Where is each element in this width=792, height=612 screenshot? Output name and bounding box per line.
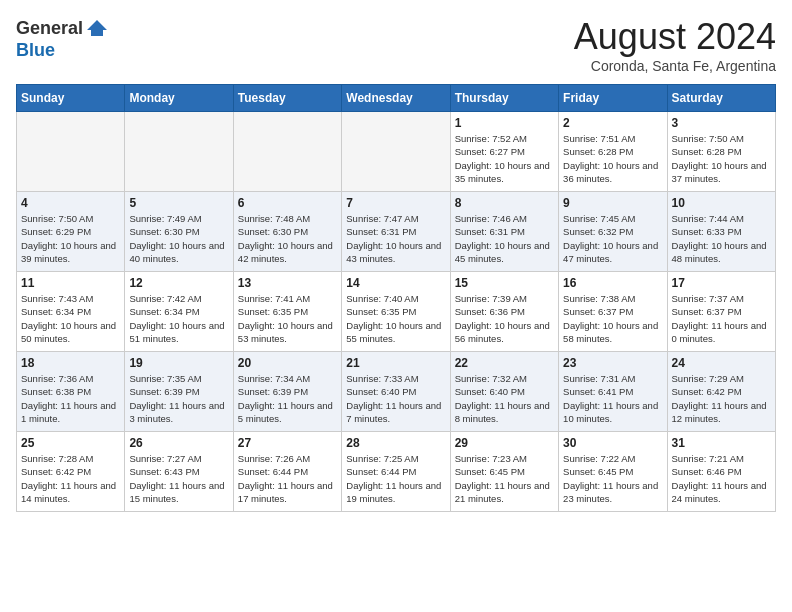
day-number: 28 (346, 436, 445, 450)
day-info: Sunrise: 7:49 AMSunset: 6:30 PMDaylight:… (129, 212, 228, 265)
day-cell-25: 25Sunrise: 7:28 AMSunset: 6:42 PMDayligh… (17, 432, 125, 512)
day-number: 16 (563, 276, 662, 290)
empty-cell (125, 112, 233, 192)
day-cell-31: 31Sunrise: 7:21 AMSunset: 6:46 PMDayligh… (667, 432, 775, 512)
day-info: Sunrise: 7:51 AMSunset: 6:28 PMDaylight:… (563, 132, 662, 185)
day-info: Sunrise: 7:35 AMSunset: 6:39 PMDaylight:… (129, 372, 228, 425)
day-number: 27 (238, 436, 337, 450)
day-number: 14 (346, 276, 445, 290)
day-cell-24: 24Sunrise: 7:29 AMSunset: 6:42 PMDayligh… (667, 352, 775, 432)
day-cell-30: 30Sunrise: 7:22 AMSunset: 6:45 PMDayligh… (559, 432, 667, 512)
day-cell-12: 12Sunrise: 7:42 AMSunset: 6:34 PMDayligh… (125, 272, 233, 352)
day-info: Sunrise: 7:25 AMSunset: 6:44 PMDaylight:… (346, 452, 445, 505)
weekday-header-tuesday: Tuesday (233, 85, 341, 112)
day-info: Sunrise: 7:32 AMSunset: 6:40 PMDaylight:… (455, 372, 554, 425)
weekday-header-sunday: Sunday (17, 85, 125, 112)
calendar-table: SundayMondayTuesdayWednesdayThursdayFrid… (16, 84, 776, 512)
weekday-header-monday: Monday (125, 85, 233, 112)
day-info: Sunrise: 7:39 AMSunset: 6:36 PMDaylight:… (455, 292, 554, 345)
weekday-header-friday: Friday (559, 85, 667, 112)
day-info: Sunrise: 7:37 AMSunset: 6:37 PMDaylight:… (672, 292, 771, 345)
day-cell-19: 19Sunrise: 7:35 AMSunset: 6:39 PMDayligh… (125, 352, 233, 432)
weekday-header-row: SundayMondayTuesdayWednesdayThursdayFrid… (17, 85, 776, 112)
day-number: 26 (129, 436, 228, 450)
location: Coronda, Santa Fe, Argentina (574, 58, 776, 74)
empty-cell (233, 112, 341, 192)
day-cell-17: 17Sunrise: 7:37 AMSunset: 6:37 PMDayligh… (667, 272, 775, 352)
month-title: August 2024 (574, 16, 776, 58)
day-info: Sunrise: 7:42 AMSunset: 6:34 PMDaylight:… (129, 292, 228, 345)
day-info: Sunrise: 7:22 AMSunset: 6:45 PMDaylight:… (563, 452, 662, 505)
day-cell-14: 14Sunrise: 7:40 AMSunset: 6:35 PMDayligh… (342, 272, 450, 352)
day-cell-2: 2Sunrise: 7:51 AMSunset: 6:28 PMDaylight… (559, 112, 667, 192)
day-cell-27: 27Sunrise: 7:26 AMSunset: 6:44 PMDayligh… (233, 432, 341, 512)
day-cell-26: 26Sunrise: 7:27 AMSunset: 6:43 PMDayligh… (125, 432, 233, 512)
day-cell-8: 8Sunrise: 7:46 AMSunset: 6:31 PMDaylight… (450, 192, 558, 272)
day-cell-11: 11Sunrise: 7:43 AMSunset: 6:34 PMDayligh… (17, 272, 125, 352)
empty-cell (17, 112, 125, 192)
day-info: Sunrise: 7:27 AMSunset: 6:43 PMDaylight:… (129, 452, 228, 505)
day-number: 7 (346, 196, 445, 210)
day-cell-3: 3Sunrise: 7:50 AMSunset: 6:28 PMDaylight… (667, 112, 775, 192)
day-cell-4: 4Sunrise: 7:50 AMSunset: 6:29 PMDaylight… (17, 192, 125, 272)
day-info: Sunrise: 7:36 AMSunset: 6:38 PMDaylight:… (21, 372, 120, 425)
day-info: Sunrise: 7:41 AMSunset: 6:35 PMDaylight:… (238, 292, 337, 345)
day-info: Sunrise: 7:31 AMSunset: 6:41 PMDaylight:… (563, 372, 662, 425)
day-cell-13: 13Sunrise: 7:41 AMSunset: 6:35 PMDayligh… (233, 272, 341, 352)
day-number: 3 (672, 116, 771, 130)
day-number: 21 (346, 356, 445, 370)
day-info: Sunrise: 7:48 AMSunset: 6:30 PMDaylight:… (238, 212, 337, 265)
logo-icon (85, 16, 109, 40)
day-number: 4 (21, 196, 120, 210)
day-number: 24 (672, 356, 771, 370)
day-cell-29: 29Sunrise: 7:23 AMSunset: 6:45 PMDayligh… (450, 432, 558, 512)
day-number: 1 (455, 116, 554, 130)
day-cell-6: 6Sunrise: 7:48 AMSunset: 6:30 PMDaylight… (233, 192, 341, 272)
weekday-header-thursday: Thursday (450, 85, 558, 112)
day-number: 5 (129, 196, 228, 210)
day-info: Sunrise: 7:21 AMSunset: 6:46 PMDaylight:… (672, 452, 771, 505)
day-cell-10: 10Sunrise: 7:44 AMSunset: 6:33 PMDayligh… (667, 192, 775, 272)
day-cell-16: 16Sunrise: 7:38 AMSunset: 6:37 PMDayligh… (559, 272, 667, 352)
logo-general-text: General (16, 18, 83, 39)
day-number: 12 (129, 276, 228, 290)
svg-marker-0 (87, 20, 107, 36)
day-info: Sunrise: 7:40 AMSunset: 6:35 PMDaylight:… (346, 292, 445, 345)
day-info: Sunrise: 7:45 AMSunset: 6:32 PMDaylight:… (563, 212, 662, 265)
day-cell-28: 28Sunrise: 7:25 AMSunset: 6:44 PMDayligh… (342, 432, 450, 512)
calendar-week-row: 25Sunrise: 7:28 AMSunset: 6:42 PMDayligh… (17, 432, 776, 512)
day-number: 30 (563, 436, 662, 450)
day-number: 22 (455, 356, 554, 370)
day-number: 19 (129, 356, 228, 370)
day-info: Sunrise: 7:34 AMSunset: 6:39 PMDaylight:… (238, 372, 337, 425)
day-cell-7: 7Sunrise: 7:47 AMSunset: 6:31 PMDaylight… (342, 192, 450, 272)
day-cell-9: 9Sunrise: 7:45 AMSunset: 6:32 PMDaylight… (559, 192, 667, 272)
day-number: 17 (672, 276, 771, 290)
day-cell-1: 1Sunrise: 7:52 AMSunset: 6:27 PMDaylight… (450, 112, 558, 192)
day-number: 18 (21, 356, 120, 370)
day-cell-23: 23Sunrise: 7:31 AMSunset: 6:41 PMDayligh… (559, 352, 667, 432)
day-number: 6 (238, 196, 337, 210)
day-number: 2 (563, 116, 662, 130)
day-cell-20: 20Sunrise: 7:34 AMSunset: 6:39 PMDayligh… (233, 352, 341, 432)
page-header: General Blue August 2024 Coronda, Santa … (16, 16, 776, 74)
day-info: Sunrise: 7:46 AMSunset: 6:31 PMDaylight:… (455, 212, 554, 265)
day-number: 31 (672, 436, 771, 450)
day-cell-5: 5Sunrise: 7:49 AMSunset: 6:30 PMDaylight… (125, 192, 233, 272)
day-info: Sunrise: 7:38 AMSunset: 6:37 PMDaylight:… (563, 292, 662, 345)
calendar-week-row: 1Sunrise: 7:52 AMSunset: 6:27 PMDaylight… (17, 112, 776, 192)
day-info: Sunrise: 7:33 AMSunset: 6:40 PMDaylight:… (346, 372, 445, 425)
day-number: 25 (21, 436, 120, 450)
day-number: 8 (455, 196, 554, 210)
day-number: 15 (455, 276, 554, 290)
day-info: Sunrise: 7:47 AMSunset: 6:31 PMDaylight:… (346, 212, 445, 265)
day-number: 29 (455, 436, 554, 450)
day-info: Sunrise: 7:23 AMSunset: 6:45 PMDaylight:… (455, 452, 554, 505)
day-info: Sunrise: 7:50 AMSunset: 6:29 PMDaylight:… (21, 212, 120, 265)
day-info: Sunrise: 7:43 AMSunset: 6:34 PMDaylight:… (21, 292, 120, 345)
day-cell-15: 15Sunrise: 7:39 AMSunset: 6:36 PMDayligh… (450, 272, 558, 352)
day-number: 20 (238, 356, 337, 370)
day-info: Sunrise: 7:50 AMSunset: 6:28 PMDaylight:… (672, 132, 771, 185)
day-info: Sunrise: 7:52 AMSunset: 6:27 PMDaylight:… (455, 132, 554, 185)
day-cell-21: 21Sunrise: 7:33 AMSunset: 6:40 PMDayligh… (342, 352, 450, 432)
